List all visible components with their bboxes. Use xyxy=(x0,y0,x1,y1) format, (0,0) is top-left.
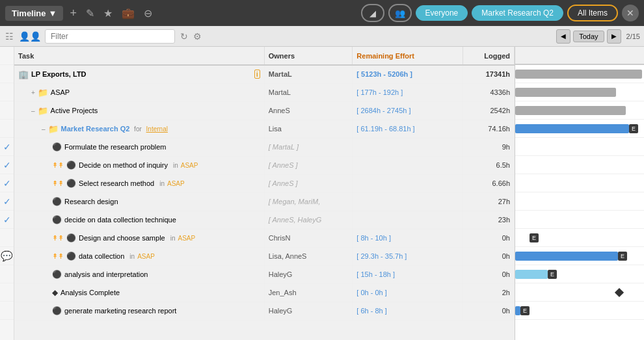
for-label: for xyxy=(132,125,143,133)
timeline-label: Timeline xyxy=(12,8,46,18)
table-row: ⚫ decide on data collection technique [ … xyxy=(14,211,515,229)
task-label: generate marketing research report xyxy=(64,307,176,315)
table-row: ⚫ Research design [ Megan, MariM, 27h xyxy=(14,192,515,211)
prev-button[interactable]: ◀ xyxy=(556,29,570,44)
all-items-pill[interactable]: All Items xyxy=(567,5,618,21)
people-icon: 👥 xyxy=(395,8,405,18)
gantt-bar xyxy=(515,70,642,79)
col-owners: Owners xyxy=(264,47,353,65)
filter-close-button[interactable]: ✕ xyxy=(622,5,639,21)
status-cell-7: ✓ xyxy=(0,174,14,192)
remaining-cell: [ 29.3h - 35.7h ] xyxy=(353,247,463,265)
table-row: – 📁 Market Research Q2 for Internal Lisa… xyxy=(14,120,515,138)
gantt-row-8 xyxy=(515,192,644,211)
gantt-bar xyxy=(515,270,548,279)
task-name-cell: ◆ Analysis Complete xyxy=(14,283,264,302)
view-toggle-icon[interactable]: ☷ xyxy=(4,30,15,43)
expand-icon[interactable]: – xyxy=(42,125,46,133)
table-row: ↟↟ ⚫ data collection in ASAP Lisa, AnneS… xyxy=(14,247,515,265)
remaining-cell xyxy=(353,211,463,229)
refresh-icon[interactable]: ↻ xyxy=(179,30,189,43)
star-icon[interactable]: ★ xyxy=(101,5,115,22)
owners-cell: Lisa, AnneS xyxy=(264,247,353,265)
milestone-icon: ◆ xyxy=(52,288,58,297)
internal-link[interactable]: Internal xyxy=(146,125,168,133)
logged-cell: 2542h xyxy=(463,101,514,120)
gantt-milestone xyxy=(615,288,624,297)
task-name-cell: – 📁 Market Research Q2 for Internal xyxy=(14,120,264,138)
asap-link[interactable]: ASAP xyxy=(181,162,198,169)
owners-cell: ChrisN xyxy=(264,229,353,247)
owners-cell: Jen_Ash xyxy=(264,283,353,302)
owners-cell: HaleyG xyxy=(264,265,353,283)
logged-cell: 2h xyxy=(463,283,514,302)
gantt-body: E E E E xyxy=(515,65,644,320)
logged-cell: 0h xyxy=(463,229,514,247)
status-cell-11: 💬 xyxy=(0,247,14,265)
task-status-icon: ⚫ xyxy=(66,252,76,261)
task-label: Select research method xyxy=(79,179,154,187)
minus-circle-icon[interactable]: ⊖ xyxy=(141,5,155,22)
everyone-pill[interactable]: Everyone xyxy=(416,5,468,21)
task-name-cell: ⚫ analysis and interpretation xyxy=(14,265,264,283)
briefcase-icon[interactable]: 💼 xyxy=(119,5,137,22)
logged-cell: 0h xyxy=(463,302,514,320)
settings-icon[interactable]: ⚙ xyxy=(192,30,203,43)
gantt-e-marker: E xyxy=(618,252,627,261)
in-label: in xyxy=(159,180,165,187)
timeline-arrow: ▼ xyxy=(49,8,57,18)
asap-link[interactable]: ASAP xyxy=(167,180,185,187)
group-icon[interactable]: 👤👤 xyxy=(18,30,42,43)
status-cell-12 xyxy=(0,265,14,283)
logged-cell: 27h xyxy=(463,192,514,211)
folder-icon: 📁 xyxy=(38,106,48,116)
gantt-row-13 xyxy=(515,283,644,302)
remaining-cell: [ 5123h - 5206h ] xyxy=(353,65,463,83)
task-label: decide on data collection technique xyxy=(64,216,176,224)
filter-icon-pill[interactable]: ◢ xyxy=(361,4,384,22)
task-label: LP Exports, LTD xyxy=(31,70,87,78)
logged-cell: 23h xyxy=(463,211,514,229)
add-icon[interactable]: + xyxy=(67,4,79,23)
in-label: in xyxy=(173,162,178,169)
folder-icon: 📁 xyxy=(38,88,48,98)
owners-cell: MartaL xyxy=(264,65,353,83)
table-row: ⚫ analysis and interpretation HaleyG [ 1… xyxy=(14,265,515,283)
expand-icon[interactable]: – xyxy=(31,107,35,114)
status-header xyxy=(0,47,14,65)
col-task: Task xyxy=(14,47,264,65)
asap-link[interactable]: ASAP xyxy=(137,253,155,260)
toolbar: Timeline ▼ + ✎ ★ 💼 ⊖ ◢ 👥 Everyone Market… xyxy=(0,0,644,26)
table-row: ↟↟ ⚫ Decide on method of inquiry in ASAP… xyxy=(14,156,515,174)
gantt-row-6 xyxy=(515,156,644,174)
task-label: Decide on method of inquiry xyxy=(79,161,168,169)
task-status-icon: ⚫ xyxy=(52,142,62,151)
asap-link[interactable]: ASAP xyxy=(178,235,196,242)
priority-icon: ↟↟ xyxy=(52,179,64,188)
status-column: ✓ ✓ ✓ ✓ ✓ 💬 xyxy=(0,47,14,340)
page-info: 2/15 xyxy=(626,33,640,40)
subtoolbar: ☷ 👤👤 ↻ ⚙ ◀ Today ▶ 2/15 xyxy=(0,26,644,47)
logged-cell: 0h xyxy=(463,247,514,265)
task-status-icon: ⚫ xyxy=(52,197,62,206)
task-label[interactable]: Market Research Q2 xyxy=(61,125,130,133)
owners-cell: [ MartaL ] xyxy=(264,138,353,156)
market-research-pill[interactable]: Market Research Q2 xyxy=(472,5,563,21)
timeline-title[interactable]: Timeline ▼ xyxy=(5,6,63,21)
people-icon-pill[interactable]: 👥 xyxy=(388,4,412,22)
task-status-icon: ⚫ xyxy=(52,270,62,279)
task-label: Design and choose sample xyxy=(79,234,165,242)
edit-icon[interactable]: ✎ xyxy=(83,5,97,22)
task-label: data collection xyxy=(79,252,124,260)
expand-icon[interactable]: + xyxy=(31,89,35,96)
filter-input[interactable] xyxy=(45,29,175,44)
next-button[interactable]: ▶ xyxy=(607,29,621,44)
remaining-cell: [ 0h - 0h ] xyxy=(353,283,463,302)
task-label: Analysis Complete xyxy=(60,289,120,296)
logged-cell: 0h xyxy=(463,265,514,283)
table-row: ↟↟ ⚫ Design and choose sample in ASAP Ch… xyxy=(14,229,515,247)
today-button[interactable]: Today xyxy=(573,31,604,42)
priority-icon: ↟↟ xyxy=(52,252,64,261)
owners-cell: [ AnneS ] xyxy=(264,174,353,192)
task-label: Formulate the research problem xyxy=(64,143,167,151)
